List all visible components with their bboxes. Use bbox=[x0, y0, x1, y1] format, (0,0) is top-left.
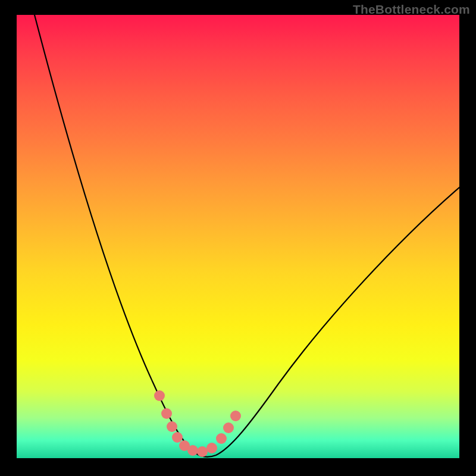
marker-point bbox=[223, 422, 234, 433]
marker-point bbox=[161, 408, 172, 419]
marker-point bbox=[230, 411, 241, 421]
chart-plot-area bbox=[17, 15, 459, 458]
marker-point bbox=[197, 446, 208, 457]
marker-point bbox=[167, 421, 177, 432]
marker-point bbox=[154, 390, 165, 401]
watermark-text: TheBottleneck.com bbox=[353, 2, 470, 17]
bottleneck-curve-svg bbox=[17, 15, 459, 458]
marker-point bbox=[216, 433, 227, 444]
marker-point bbox=[206, 443, 217, 453]
marker-point bbox=[187, 445, 198, 456]
bottleneck-curve-line bbox=[35, 15, 459, 457]
marker-point bbox=[172, 432, 183, 443]
